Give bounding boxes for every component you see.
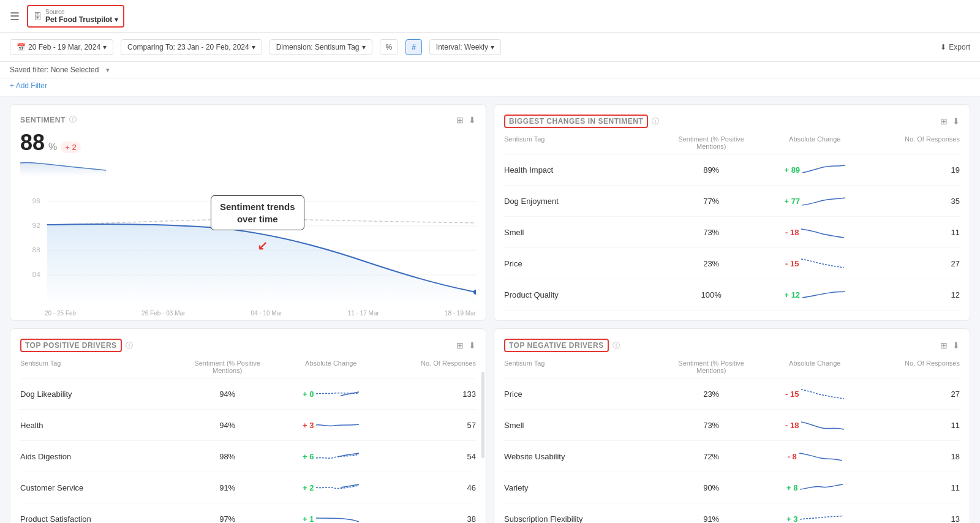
table-row: Smell 73% - 18 11: [504, 410, 960, 441]
sparkline-svg: [802, 192, 845, 210]
export-button[interactable]: ⬇ Export: [940, 43, 970, 51]
mini-trend-svg: [20, 158, 106, 176]
info-icon[interactable]: ⓘ: [612, 341, 620, 351]
th-change: Absolute Change: [753, 359, 877, 374]
sparkline-svg: [316, 478, 359, 497]
sparkline-svg: [316, 416, 359, 434]
source-selector[interactable]: 🗄 Source Pet Food Trustpilot ▾: [27, 5, 124, 28]
svg-text:88: 88: [32, 246, 40, 253]
comparing-label: Comparing To: 23 Jan - 20 Feb, 2024: [127, 43, 249, 51]
table-row: Product Quality 100% + 12 12: [504, 279, 960, 310]
score-number: 88: [20, 130, 45, 156]
chevron-down-icon: ▾: [362, 43, 366, 51]
chevron-down-icon: ▾: [491, 43, 494, 51]
grid-view-button[interactable]: ⊞: [456, 115, 464, 125]
th-sentiment: Sentiment (% PositiveMentions): [670, 359, 753, 374]
table-row: Variety 90% + 8 11: [504, 472, 960, 503]
svg-text:92: 92: [32, 222, 40, 228]
score-change: + 2: [61, 141, 80, 153]
info-icon[interactable]: ⓘ: [126, 341, 133, 351]
svg-text:84: 84: [32, 271, 40, 277]
top-negative-title-group: Top Negative Drivers ⓘ: [504, 339, 620, 352]
sparkline-svg: [802, 160, 845, 179]
main-content: SENTIMENT ⓘ ⊞ ⬇ 88 % + 2: [0, 97, 980, 523]
top-positive-card: Top Positive Drivers ⓘ ⊞ ⬇ Sentisum Tag …: [10, 328, 486, 523]
grid-view-button[interactable]: ⊞: [940, 341, 948, 350]
top-positive-title-group: Top Positive Drivers ⓘ: [20, 339, 133, 352]
score-percent: %: [48, 141, 57, 152]
saved-filter-label[interactable]: Saved filter: None Selected: [10, 66, 99, 74]
table-row: Price 23% - 15 27: [504, 378, 960, 410]
top-negative-card: Top Negative Drivers ⓘ ⊞ ⬇ Sentisum Tag …: [494, 328, 970, 523]
add-filter-button[interactable]: + Add Filter: [10, 79, 47, 92]
table-row: Price 23% - 15 27: [504, 248, 960, 279]
download-button[interactable]: ⬇: [469, 115, 476, 125]
grid-view-button[interactable]: ⊞: [940, 116, 948, 126]
table-row: Customer Service 91% + 2 46: [20, 472, 476, 503]
interval-label: Interval: Weekly: [436, 43, 488, 51]
saved-filter-bar: Saved filter: None Selected ▾: [0, 62, 980, 78]
percent-toggle[interactable]: %: [380, 39, 399, 55]
sentiment-card-header: SENTIMENT ⓘ ⊞ ⬇: [20, 115, 476, 125]
th-tag: Sentisum Tag: [20, 359, 186, 374]
card-actions: ⊞ ⬇: [940, 116, 960, 126]
th-tag: Sentisum Tag: [504, 359, 670, 374]
chart-annotation-box: Sentiment trendsover time: [211, 195, 304, 230]
sparkline-svg: [801, 223, 844, 241]
th-responses: No. Of Responses: [877, 359, 960, 374]
top-positive-title: Top Positive Drivers: [20, 339, 122, 352]
sparkline-svg: [316, 510, 359, 523]
table-row: Health Impact 89% + 89 19: [504, 154, 960, 186]
sparkline-svg: [316, 385, 359, 403]
table-row: Aids Digestion 98% + 6 54: [20, 441, 476, 472]
top-positive-header: Top Positive Drivers ⓘ ⊞ ⬇: [20, 339, 476, 352]
source-label: Source: [45, 9, 118, 15]
sentiment-title-group: SENTIMENT ⓘ: [20, 115, 77, 125]
filter-bar: 📅 20 Feb - 19 Mar, 2024 ▾ Comparing To: …: [0, 33, 980, 62]
download-button[interactable]: ⬇: [469, 341, 476, 350]
table-row: Smell 73% - 18 11: [504, 217, 960, 248]
biggest-changes-card: Biggest Changes In Sentiment ⓘ ⊞ ⬇ Senti…: [494, 104, 970, 321]
calendar-icon: 📅: [17, 43, 26, 51]
download-icon: ⬇: [940, 43, 946, 51]
comparing-to-button[interactable]: Comparing To: 23 Jan - 20 Feb, 2024 ▾: [121, 39, 262, 55]
top-negative-title: Top Negative Drivers: [504, 339, 609, 352]
table-row: Website Usability 72% - 8 18: [504, 441, 960, 472]
main-chart: Sentiment trendsover time ↙ 96 92: [20, 183, 476, 306]
download-button[interactable]: ⬇: [952, 116, 960, 126]
sparkline-svg: [801, 416, 844, 434]
dimension-button[interactable]: Dimension: Sentisum Tag ▾: [270, 39, 372, 55]
table-row: Dog Likeability 94% + 0 133: [20, 378, 476, 410]
annotation-arrow: ↙: [257, 238, 268, 253]
info-icon[interactable]: ⓘ: [69, 115, 77, 125]
th-sentiment: Sentiment (% PositiveMentions): [670, 135, 753, 150]
biggest-changes-table: Sentisum Tag Sentiment (% PositiveMentio…: [504, 133, 960, 310]
chevron-down-icon: ▾: [103, 43, 107, 51]
scrollbar[interactable]: [481, 372, 484, 458]
card-actions: ⊞ ⬇: [940, 341, 960, 350]
top-bar: ☰ 🗄 Source Pet Food Trustpilot ▾: [0, 0, 980, 33]
top-positive-table: Sentisum Tag Sentiment (% PositiveMentio…: [20, 357, 476, 523]
sentiment-title: SENTIMENT: [20, 116, 66, 124]
hash-toggle[interactable]: #: [405, 39, 422, 55]
interval-button[interactable]: Interval: Weekly ▾: [429, 39, 501, 55]
date-range-button[interactable]: 📅 20 Feb - 19 Mar, 2024 ▾: [10, 39, 113, 55]
sentiment-card: SENTIMENT ⓘ ⊞ ⬇ 88 % + 2: [10, 104, 486, 321]
th-responses: No. Of Responses: [393, 359, 476, 374]
date-range-label: 20 Feb - 19 Mar, 2024: [28, 43, 100, 51]
sentiment-score: 88 % + 2: [20, 130, 476, 156]
svg-text:96: 96: [32, 197, 40, 204]
chevron-down-icon: ▾: [115, 15, 118, 24]
th-tag: Sentisum Tag: [504, 135, 670, 150]
chevron-down-icon: ▾: [252, 43, 255, 51]
x-axis-labels: 20 - 25 Feb 26 Feb - 03 Mar 04 - 10 Mar …: [20, 307, 476, 317]
sparkline-svg: [802, 285, 845, 304]
card-actions: ⊞ ⬇: [456, 115, 476, 125]
hamburger-icon[interactable]: ☰: [10, 10, 20, 23]
chevron-down-icon: ▾: [106, 66, 110, 74]
sparkline-svg: [799, 447, 842, 465]
download-button[interactable]: ⬇: [952, 341, 960, 350]
sparkline-svg: [800, 478, 843, 497]
grid-view-button[interactable]: ⊞: [456, 341, 464, 350]
info-icon[interactable]: ⓘ: [652, 116, 659, 127]
